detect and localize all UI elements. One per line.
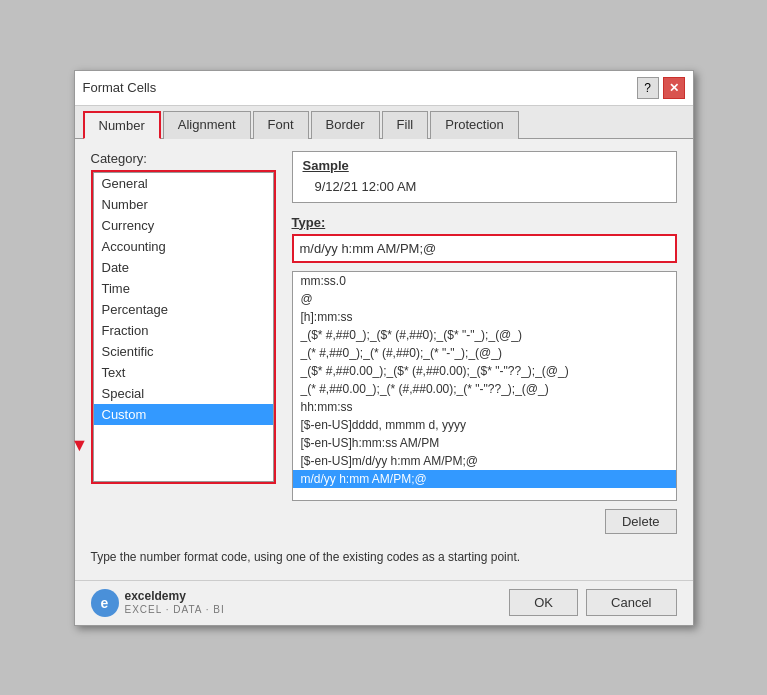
format-item-1[interactable]: @ — [293, 290, 676, 308]
logo-icon: e — [91, 589, 119, 617]
category-list: General Number Currency Accounting Date … — [94, 173, 273, 481]
category-list-container: General Number Currency Accounting Date … — [93, 172, 274, 482]
left-panel: Category: ▼ General Number Currency Acco… — [91, 151, 276, 534]
format-cells-dialog: Format Cells ? ✕ Number Alignment Font B… — [74, 70, 694, 626]
buttons-row: Delete — [292, 509, 677, 534]
format-item-9[interactable]: [$-en-US]h:mm:ss AM/PM — [293, 434, 676, 452]
format-item-11[interactable]: m/d/yy h:mm AM/PM;@ — [293, 470, 676, 488]
footer: e exceldemy EXCEL · DATA · BI OK Cancel — [75, 580, 693, 625]
ok-button[interactable]: OK — [509, 589, 578, 616]
format-item-0[interactable]: mm:ss.0 — [293, 272, 676, 290]
title-bar-left: Format Cells — [83, 80, 157, 95]
help-button[interactable]: ? — [637, 77, 659, 99]
footer-logo: e exceldemy EXCEL · DATA · BI — [91, 589, 225, 617]
category-item-special[interactable]: Special — [94, 383, 273, 404]
type-input[interactable] — [296, 238, 673, 259]
arrow-indicator: ▼ — [71, 435, 89, 456]
dialog-title: Format Cells — [83, 80, 157, 95]
category-item-currency[interactable]: Currency — [94, 215, 273, 236]
content-body: Category: ▼ General Number Currency Acco… — [91, 151, 677, 534]
format-item-7[interactable]: hh:mm:ss — [293, 398, 676, 416]
category-item-time[interactable]: Time — [94, 278, 273, 299]
format-item-10[interactable]: [$-en-US]m/d/yy h:mm AM/PM;@ — [293, 452, 676, 470]
format-item-2[interactable]: [h]:mm:ss — [293, 308, 676, 326]
cancel-button[interactable]: Cancel — [586, 589, 676, 616]
tabs-container: Number Alignment Font Border Fill Protec… — [75, 106, 693, 139]
logo-name: exceldemy — [125, 589, 225, 603]
tab-number[interactable]: Number — [83, 111, 161, 139]
tab-border[interactable]: Border — [311, 111, 380, 139]
close-button[interactable]: ✕ — [663, 77, 685, 99]
category-item-custom[interactable]: Custom — [94, 404, 273, 425]
sample-label: Sample — [303, 158, 666, 173]
sample-section: Sample 9/12/21 12:00 AM — [292, 151, 677, 203]
type-input-wrapper — [292, 234, 677, 263]
tab-alignment[interactable]: Alignment — [163, 111, 251, 139]
category-item-scientific[interactable]: Scientific — [94, 341, 273, 362]
title-bar-right: ? ✕ — [637, 77, 685, 99]
tab-font[interactable]: Font — [253, 111, 309, 139]
format-item-8[interactable]: [$-en-US]dddd, mmmm d, yyyy — [293, 416, 676, 434]
format-item-5[interactable]: _($* #,##0.00_);_($* (#,##0.00);_($* "-"… — [293, 362, 676, 380]
title-bar: Format Cells ? ✕ — [75, 71, 693, 106]
tab-fill[interactable]: Fill — [382, 111, 429, 139]
sample-value: 9/12/21 12:00 AM — [307, 177, 666, 196]
footer-buttons: OK Cancel — [509, 589, 676, 616]
category-item-date[interactable]: Date — [94, 257, 273, 278]
category-item-text[interactable]: Text — [94, 362, 273, 383]
category-list-wrapper: ▼ General Number Currency Accounting Dat… — [91, 170, 276, 484]
category-item-general[interactable]: General — [94, 173, 273, 194]
format-list-container: mm:ss.0 @ [h]:mm:ss _($* #,##0_);_($* (#… — [292, 271, 677, 501]
logo-sub: EXCEL · DATA · BI — [125, 604, 225, 616]
category-item-fraction[interactable]: Fraction — [94, 320, 273, 341]
logo-text: exceldemy EXCEL · DATA · BI — [125, 589, 225, 615]
format-item-6[interactable]: _(* #,##0.00_);_(* (#,##0.00);_(* "-"??_… — [293, 380, 676, 398]
format-list: mm:ss.0 @ [h]:mm:ss _($* #,##0_);_($* (#… — [293, 272, 676, 500]
category-item-number[interactable]: Number — [94, 194, 273, 215]
format-item-4[interactable]: _(* #,##0_);_(* (#,##0);_(* "-"_);_(@_) — [293, 344, 676, 362]
category-item-accounting[interactable]: Accounting — [94, 236, 273, 257]
right-panel: Sample 9/12/21 12:00 AM Type: mm:ss.0 @ … — [292, 151, 677, 534]
delete-button[interactable]: Delete — [605, 509, 677, 534]
category-label: Category: — [91, 151, 276, 166]
content-area: Category: ▼ General Number Currency Acco… — [75, 139, 693, 580]
category-item-percentage[interactable]: Percentage — [94, 299, 273, 320]
tab-protection[interactable]: Protection — [430, 111, 519, 139]
format-item-3[interactable]: _($* #,##0_);_($* (#,##0);_($* "-"_);_(@… — [293, 326, 676, 344]
type-label: Type: — [292, 215, 677, 230]
description-text: Type the number format code, using one o… — [91, 546, 677, 568]
